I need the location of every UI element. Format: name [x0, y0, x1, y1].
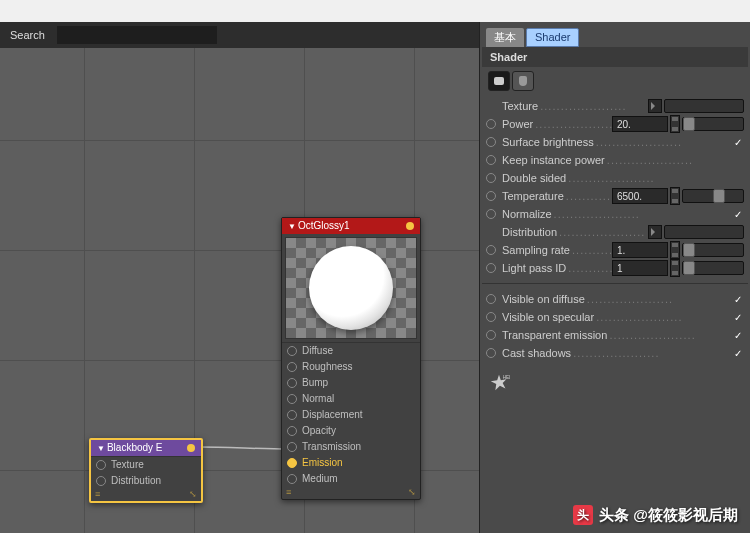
input-port[interactable] [287, 442, 297, 452]
mode-icon-2[interactable] [512, 71, 534, 91]
tab-basic[interactable]: 基本 [486, 28, 524, 47]
node-input-diffuse[interactable]: Diffuse [282, 343, 420, 359]
input-label: Diffuse [302, 343, 333, 359]
value-slider[interactable] [682, 189, 744, 203]
number-input[interactable]: 20. [612, 116, 668, 132]
input-port[interactable] [287, 474, 297, 484]
param-radio[interactable] [486, 173, 496, 183]
mode-icon-1[interactable] [488, 71, 510, 91]
param-surfbright: Surface brightness✓ [486, 133, 744, 151]
input-port[interactable] [287, 394, 297, 404]
input-port[interactable] [287, 378, 297, 388]
param-label: Visible on diffuse [502, 293, 732, 305]
param-label: Cast shadows [502, 347, 732, 359]
tab-shader[interactable]: Shader [526, 28, 579, 47]
node-input-normal[interactable]: Normal [282, 391, 420, 407]
param-radio[interactable] [486, 348, 496, 358]
checkbox[interactable]: ✓ [732, 347, 744, 359]
param-value: ✓ [732, 347, 744, 359]
param-radio[interactable] [486, 245, 496, 255]
param-group-2: Visible on diffuse✓Visible on specular✓T… [480, 288, 750, 364]
param-radio[interactable] [486, 209, 496, 219]
input-port[interactable] [287, 426, 297, 436]
checkbox[interactable]: ✓ [732, 311, 744, 323]
texture-picker-button[interactable] [648, 99, 662, 113]
param-value: 6500. [612, 187, 744, 205]
input-port[interactable] [287, 410, 297, 420]
node-input-opacity[interactable]: Opacity [282, 423, 420, 439]
number-input[interactable]: 1 [612, 260, 668, 276]
input-port[interactable] [96, 460, 106, 470]
mode-icon-row [480, 67, 750, 95]
node-input-emission[interactable]: Emission [282, 455, 420, 471]
checkbox[interactable]: ✓ [732, 136, 744, 148]
search-input[interactable] [57, 26, 217, 44]
texture-picker-button[interactable] [648, 225, 662, 239]
input-port[interactable] [287, 362, 297, 372]
param-radio[interactable] [486, 330, 496, 340]
collapse-icon[interactable]: ▼ [288, 222, 296, 231]
texture-slot[interactable] [664, 225, 744, 239]
param-radio[interactable] [486, 191, 496, 201]
checkbox[interactable]: ✓ [732, 208, 744, 220]
watermark-text: 头条 @筱筱影视后期 [599, 506, 738, 525]
param-label: Keep instance power [502, 154, 732, 166]
search-bar: Search [0, 22, 479, 48]
value-slider[interactable] [682, 243, 744, 257]
param-texture: Texture [486, 97, 744, 115]
param-radio[interactable] [486, 137, 496, 147]
properties-panel: 基本 Shader Shader TexturePower20.Surface … [479, 22, 750, 533]
help-icon[interactable]: HELP [488, 372, 510, 394]
number-input[interactable]: 6500. [612, 188, 668, 204]
number-input[interactable]: 1. [612, 242, 668, 258]
param-radio[interactable] [486, 294, 496, 304]
node-input-bump[interactable]: Bump [282, 375, 420, 391]
node-input-displacement[interactable]: Displacement [282, 407, 420, 423]
spinner[interactable] [670, 259, 680, 277]
node-blackbody[interactable]: ▼Blackbody E TextureDistribution ≡⤡ [89, 438, 203, 503]
param-radio[interactable] [486, 119, 496, 129]
checkbox[interactable]: ✓ [732, 329, 744, 341]
param-radio [486, 227, 496, 237]
node-input-medium[interactable]: Medium [282, 471, 420, 487]
param-value [648, 225, 744, 239]
node-title[interactable]: ▼OctGlossy1 [282, 218, 420, 234]
spinner[interactable] [670, 115, 680, 133]
node-input-distribution[interactable]: Distribution [91, 473, 201, 489]
value-slider[interactable] [682, 261, 744, 275]
spinner[interactable] [670, 241, 680, 259]
node-output-port[interactable] [406, 222, 414, 230]
node-input-roughness[interactable]: Roughness [282, 359, 420, 375]
node-canvas[interactable]: ▼OctGlossy1 DiffuseRoughnessBumpNormalDi… [0, 48, 479, 533]
value-slider[interactable] [682, 117, 744, 131]
input-port[interactable] [287, 346, 297, 356]
input-label: Texture [111, 457, 144, 473]
node-connection-wire [199, 443, 289, 455]
texture-slot[interactable] [664, 99, 744, 113]
node-footer: ≡⤡ [91, 489, 201, 501]
param-label: Double sided [502, 172, 732, 184]
search-label: Search [10, 29, 45, 41]
input-port[interactable] [96, 476, 106, 486]
param-value: ✓ [732, 311, 744, 323]
node-octglossy[interactable]: ▼OctGlossy1 DiffuseRoughnessBumpNormalDi… [281, 217, 421, 500]
checkbox[interactable]: ✓ [732, 293, 744, 305]
spinner[interactable] [670, 187, 680, 205]
param-castshad: Cast shadows✓ [486, 344, 744, 362]
node-title[interactable]: ▼Blackbody E [91, 440, 201, 456]
node-title-label: Blackbody E [107, 442, 163, 453]
node-input-transmission[interactable]: Transmission [282, 439, 420, 455]
node-input-texture[interactable]: Texture [91, 457, 201, 473]
param-radio[interactable] [486, 155, 496, 165]
input-port[interactable] [287, 458, 297, 468]
checkbox[interactable] [732, 154, 744, 166]
collapse-icon[interactable]: ▼ [97, 444, 105, 453]
param-value: 1 [612, 259, 744, 277]
param-value: 20. [612, 115, 744, 133]
param-label: Light pass ID [502, 262, 612, 274]
param-radio[interactable] [486, 312, 496, 322]
param-radio[interactable] [486, 263, 496, 273]
node-inputs-list: DiffuseRoughnessBumpNormalDisplacementOp… [282, 342, 420, 487]
checkbox[interactable] [732, 172, 744, 184]
node-output-port[interactable] [187, 444, 195, 452]
